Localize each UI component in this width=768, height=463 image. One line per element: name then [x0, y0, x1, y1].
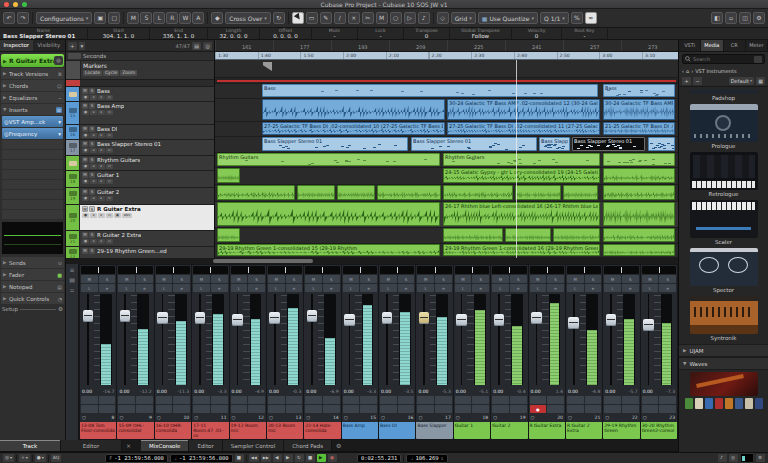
track-control-button[interactable]: ◂ [90, 213, 97, 218]
track-control-button[interactable]: ▸ [98, 110, 105, 115]
lower-zone-toggle-icon[interactable]: ▫ [725, 12, 737, 24]
solo-button[interactable]: S [360, 275, 377, 283]
track-control-button[interactable]: ▭ [106, 239, 113, 244]
right-zone-tab-media[interactable]: Media [701, 40, 723, 51]
info-field-root-key[interactable]: Root Key- [562, 28, 608, 39]
clip-rhythm-guitars[interactable]: Rhythm Guitars [443, 153, 600, 166]
fader-value[interactable]: 0.00 [568, 389, 578, 394]
channel-function-button[interactable] [380, 396, 397, 404]
fader[interactable] [82, 294, 94, 385]
auto-quantize-button[interactable]: AQ [51, 454, 62, 462]
channel-name-label[interactable]: R Guitar 2 Extra [566, 422, 602, 439]
channel-function-button[interactable] [173, 396, 190, 404]
fader[interactable] [119, 294, 131, 385]
empty-insert-slot[interactable] [2, 150, 63, 159]
empty-insert-slot[interactable] [2, 190, 63, 199]
solo-button[interactable]: S [622, 275, 639, 283]
record-enable-button[interactable] [231, 405, 248, 413]
listen-button[interactable]: L [530, 284, 547, 292]
insert-slot-frequency[interactable]: ◎Frequency▾ [2, 128, 63, 139]
solo-button[interactable]: S [659, 275, 676, 283]
draw-tool[interactable]: ✎ [320, 12, 332, 24]
solo-button[interactable]: S [398, 275, 415, 283]
quantize-apply-icon[interactable]: % [571, 12, 583, 24]
track-control-button[interactable]: ◂ [90, 164, 97, 169]
clip-27-25-galactic-tf-[interactable]: 27-25 Galactic TF Bass DI .02-consolidat… [262, 122, 445, 135]
pan-control[interactable] [417, 266, 451, 274]
auto-scroll-icon[interactable]: ↻ [273, 12, 285, 24]
inspector-section-sends[interactable]: ▶Sends⊙ [1, 257, 64, 268]
track-control-button[interactable]: ▭ [106, 196, 113, 201]
fader-value[interactable]: 0.00 [605, 389, 615, 394]
find-track-icon[interactable]: ◎ [203, 42, 212, 50]
track-control-button[interactable]: ◂ [90, 133, 97, 138]
empty-insert-slot[interactable] [2, 210, 63, 219]
channel-function-button[interactable] [81, 396, 98, 404]
clip-bass-slapper-stere[interactable]: Bass Slapper Stereo 01 [411, 137, 537, 151]
clip[interactable] [297, 185, 335, 200]
channel-name-label[interactable]: Bass DI [379, 422, 415, 439]
split-tool[interactable]: ✂ [362, 12, 374, 24]
track-control-button[interactable]: ▭ [106, 213, 113, 218]
edit-channel-button[interactable]: e [659, 284, 676, 292]
channel-function-button[interactable] [248, 396, 265, 404]
listen-button[interactable]: L [193, 284, 210, 292]
right-zone-tab-cr[interactable]: CR [724, 40, 746, 51]
clip[interactable] [603, 153, 675, 166]
pan-control[interactable] [81, 266, 115, 274]
fader[interactable] [418, 294, 430, 385]
fader-value[interactable]: 0.00 [643, 389, 653, 394]
insert-mode-dropdown[interactable]: +▾ [19, 454, 30, 462]
clip[interactable] [603, 228, 675, 242]
fader-value[interactable]: 0.00 [531, 389, 541, 394]
clip-bass-slapper-stere[interactable]: Bass Slapper Stereo 01 [262, 137, 408, 151]
mixer-racks-icon[interactable]: ▤ [69, 277, 75, 283]
channel-function-button[interactable] [343, 396, 360, 404]
pan-control[interactable] [642, 266, 676, 274]
mute-button[interactable]: M [82, 126, 88, 132]
mute-tool[interactable]: M [376, 12, 388, 24]
monitor-button[interactable] [136, 405, 153, 413]
vst-instrument-card-prologue[interactable]: Prologue [679, 104, 768, 150]
grid-type-dropdown[interactable]: Grid▾ [451, 12, 476, 24]
erase-tool[interactable]: × [348, 12, 360, 24]
channel-name-label[interactable]: 22-14 Hats-consolida [304, 422, 340, 439]
mute-button[interactable]: M [82, 232, 88, 238]
pan-control[interactable] [156, 266, 190, 274]
pan-control[interactable] [604, 266, 638, 274]
fader-cap[interactable] [83, 310, 93, 322]
listen-button[interactable]: L [268, 284, 285, 292]
record-enable-button[interactable]: ● [530, 405, 547, 413]
vst-instrument-card-syntronik[interactable]: Syntronik [679, 296, 768, 342]
monitor-button[interactable] [286, 405, 303, 413]
channel-function-button[interactable] [286, 396, 303, 404]
color-tool[interactable]: ♪ [418, 12, 430, 24]
track-control-button[interactable]: ▸ [98, 213, 105, 218]
channel-name-label[interactable]: Bass Slapper [416, 422, 452, 439]
monitor-button[interactable] [547, 405, 564, 413]
vst-instrument-card-padshop[interactable]: Padshop [679, 89, 768, 102]
mute-button[interactable]: M [455, 275, 472, 283]
empty-insert-slot[interactable] [2, 200, 63, 209]
setup-window-icon[interactable]: ▣ [94, 12, 106, 24]
info-field-offset[interactable]: Offset0. 0. 0. 0 [260, 28, 312, 39]
track-row-r-guitar-extra[interactable]: 20MSR Guitar Extra●◂▸▭▣abv [66, 205, 214, 231]
pan-control[interactable] [492, 266, 526, 274]
clip[interactable] [553, 228, 600, 242]
fader[interactable] [605, 294, 617, 385]
record-enable-button[interactable]: ● [82, 95, 89, 100]
empty-insert-slot[interactable] [2, 180, 63, 189]
track-row-bass-slapper-stereo-01[interactable]: 17MSBass Slapper Stereo 01●◂▸▭ [66, 140, 214, 156]
edit-channel-button[interactable]: e [472, 284, 489, 292]
back-icon[interactable]: ‹ [682, 68, 684, 74]
tempo-display[interactable]: ♩106.269↕ [406, 454, 447, 463]
fader-cap[interactable] [344, 314, 354, 326]
channel-function-button[interactable] [323, 396, 340, 404]
listen-button[interactable]: L [492, 284, 509, 292]
track-row-bass-di[interactable]: 16MSBass DI●◂▸▭ [66, 125, 214, 140]
info-field-velocity[interactable]: Velocity0 [512, 28, 562, 39]
fader[interactable] [269, 294, 281, 385]
fader-cap[interactable] [307, 310, 317, 322]
monitor-button[interactable] [323, 405, 340, 413]
track-control-button[interactable]: ▣ [114, 213, 121, 218]
